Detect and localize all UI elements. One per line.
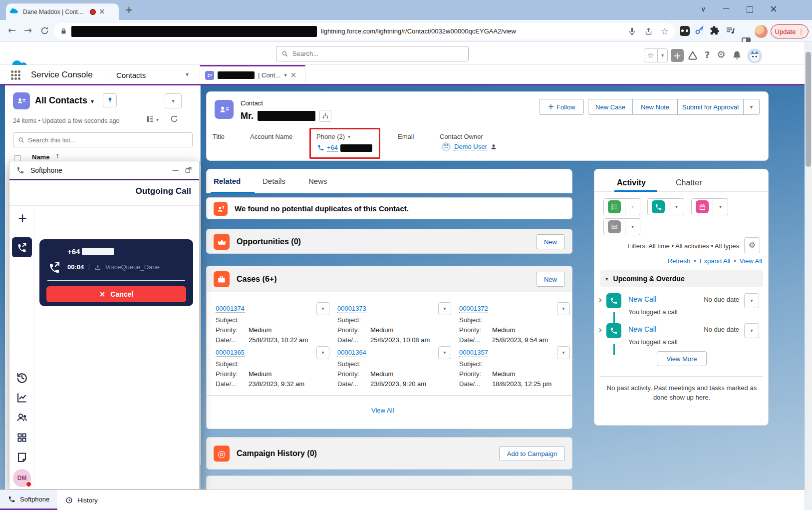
new-event-button[interactable]	[691, 198, 713, 215]
case-row-actions[interactable]: ▾	[316, 346, 329, 359]
case-number-link[interactable]: 00001365	[216, 349, 245, 357]
window-close-button[interactable]: ×	[770, 4, 778, 13]
case-number-link[interactable]: 00001357	[459, 349, 488, 357]
submit-for-approval-button[interactable]: Submit for Approval	[678, 99, 744, 115]
tab-activity[interactable]: Activity	[617, 178, 646, 187]
expand-all-link[interactable]: Expand All	[700, 257, 730, 265]
case-number-link[interactable]: 00001372	[459, 305, 488, 313]
notifications-bell-icon[interactable]	[732, 50, 742, 60]
tab-chatter[interactable]: Chatter	[676, 178, 702, 187]
log-call-button[interactable]	[647, 198, 669, 215]
add-to-campaign-button[interactable]: Add to Campaign	[499, 446, 565, 461]
expand-item-icon[interactable]: ›	[598, 295, 602, 305]
cases-title[interactable]: Cases (6+)	[237, 275, 277, 284]
utility-history-tab[interactable]: History	[57, 490, 105, 510]
expand-item-icon[interactable]: ›	[598, 325, 602, 335]
extension-dark-icon[interactable]	[680, 26, 690, 36]
dialpad-icon[interactable]	[16, 432, 28, 444]
case-row-actions[interactable]: ▾	[316, 302, 329, 315]
more-actions-dropdown[interactable]: ▾	[744, 99, 760, 115]
new-tab-button[interactable]: +	[125, 4, 133, 14]
activity-view-all-link[interactable]: View All	[740, 257, 762, 265]
cancel-call-button[interactable]: × Cancel	[46, 286, 186, 302]
address-bar[interactable]: lightning.force.com/lightning/r/Contact/…	[54, 23, 675, 39]
browser-tab[interactable]: Dane Maddox | Contact | Sal ×	[6, 3, 119, 20]
bookmark-star-icon[interactable]: ☆	[661, 27, 669, 36]
case-number-link[interactable]: 00001364	[337, 349, 366, 357]
display-as-icon[interactable]	[146, 115, 154, 123]
list-actions-dropdown[interactable]: ▾	[165, 93, 182, 108]
new-opportunity-button[interactable]: New	[536, 234, 565, 249]
global-search[interactable]	[276, 46, 469, 61]
event-dropdown[interactable]: ▾	[713, 198, 728, 215]
global-actions-button[interactable]: +	[671, 49, 684, 62]
softphone-minimize-icon[interactable]: —	[172, 167, 179, 173]
list-search-input[interactable]	[28, 136, 188, 144]
case-number-link[interactable]: 00001374	[216, 305, 245, 313]
new-task-button[interactable]	[603, 198, 625, 215]
task-dropdown[interactable]: ▾	[625, 198, 640, 215]
refresh-list-icon[interactable]	[170, 114, 179, 123]
phone-dropdown-icon[interactable]: ▾	[348, 134, 350, 139]
pin-list-button[interactable]	[103, 93, 117, 107]
email-dropdown[interactable]: ▾	[625, 218, 640, 235]
refresh-link[interactable]: Refresh	[668, 257, 691, 265]
app-launcher-icon[interactable]	[11, 70, 20, 80]
case-row-actions[interactable]: ▾	[438, 302, 451, 315]
case-row-actions[interactable]: ▾	[438, 346, 451, 359]
cases-view-all-link[interactable]: View All	[371, 407, 394, 414]
tab-search-icon[interactable]: ∨	[701, 5, 706, 12]
active-call-tab[interactable]	[12, 237, 32, 257]
contacts-icon[interactable]	[16, 412, 28, 424]
workspace-tab-close-icon[interactable]: ×	[290, 71, 297, 79]
user-avatar[interactable]	[747, 48, 763, 64]
campaign-history-title[interactable]: Campaign History (0)	[237, 449, 317, 458]
reading-list-icon[interactable]	[726, 25, 736, 35]
opportunities-title[interactable]: Opportunities (0)	[237, 237, 301, 246]
tab-close-icon[interactable]: ×	[99, 8, 105, 15]
list-search-box[interactable]	[13, 132, 193, 147]
browser-profile-avatar[interactable]	[755, 25, 768, 38]
forward-button[interactable]: →	[24, 25, 32, 35]
call-history-icon[interactable]	[16, 372, 28, 384]
case-row-actions[interactable]: ▾	[557, 302, 570, 315]
new-case-related-button[interactable]: New	[536, 272, 565, 287]
help-icon[interactable]: ?	[705, 50, 710, 59]
activity-settings-button[interactable]: ⚙	[744, 237, 760, 253]
phone-value-prefix[interactable]: +64	[327, 144, 338, 152]
nav-tab-dropdown-icon[interactable]: ▾	[186, 71, 189, 77]
case-row-actions[interactable]: ▾	[557, 346, 570, 359]
mic-icon[interactable]	[628, 27, 636, 35]
display-as-dropdown-icon[interactable]: ▾	[156, 117, 159, 122]
utility-softphone-tab[interactable]: Softphone	[0, 490, 57, 510]
tab-related[interactable]: Related	[214, 177, 241, 185]
nav-tab-contacts[interactable]: Contacts	[116, 71, 146, 79]
new-note-button[interactable]: New Note	[633, 99, 678, 115]
view-more-button[interactable]: View More	[657, 351, 707, 366]
scrollbar-thumb[interactable]	[806, 52, 811, 167]
case-number-link[interactable]: 00001373	[337, 305, 366, 313]
extensions-puzzle-icon[interactable]	[710, 25, 720, 35]
window-minimize-button[interactable]: —	[723, 4, 730, 11]
tab-details[interactable]: Details	[263, 177, 285, 185]
upcoming-overdue-header[interactable]: ▾ Upcoming & Overdue	[600, 270, 763, 287]
activity-item-actions[interactable]: ▾	[744, 293, 759, 308]
tab-news[interactable]: News	[308, 177, 327, 185]
favorites-dropdown-button[interactable]: ▾	[658, 48, 668, 62]
trailhead-icon[interactable]	[687, 49, 699, 61]
setup-gear-icon[interactable]: ⚙	[717, 49, 726, 59]
name-column-header[interactable]: Name	[32, 153, 49, 161]
email-button[interactable]: ✉	[603, 218, 625, 235]
activity-item-actions[interactable]: ▾	[744, 323, 759, 338]
change-owner-icon[interactable]	[490, 143, 497, 150]
analytics-icon[interactable]	[16, 392, 28, 404]
softphone-user-avatar[interactable]: DM	[13, 469, 31, 487]
extension-key-icon[interactable]	[695, 25, 705, 35]
favorites-star-button[interactable]: ☆	[644, 48, 658, 62]
owner-link[interactable]: Demo User	[454, 143, 487, 151]
call-dropdown[interactable]: ▾	[669, 198, 684, 215]
new-call-tab-icon[interactable]: +	[17, 212, 27, 224]
new-case-button[interactable]: New Case	[588, 99, 633, 115]
activity-item-title[interactable]: New Call	[628, 325, 656, 333]
activity-item-title[interactable]: New Call	[628, 295, 656, 303]
